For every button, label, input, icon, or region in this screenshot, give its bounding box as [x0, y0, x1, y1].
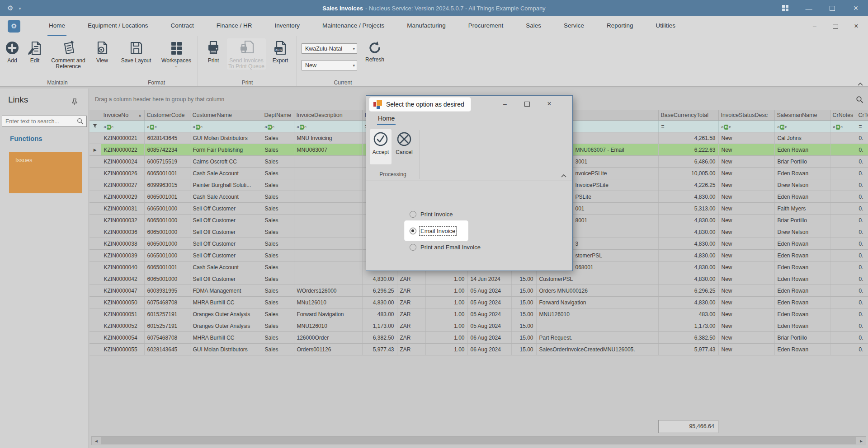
grid-cell[interactable]: ZAR: [397, 344, 425, 355]
grid-cell[interactable]: New: [718, 132, 774, 144]
grid-cell[interactable]: Painter Burghall Soluti...: [190, 179, 262, 191]
grid-cell[interactable]: Sales: [262, 132, 294, 144]
grid-cell[interactable]: 5,977.43: [658, 344, 718, 355]
grid-cell[interactable]: MNU126010: [294, 320, 362, 332]
grid-cell[interactable]: ZAR: [397, 273, 425, 285]
ribbon-tab-reporting[interactable]: Reporting: [605, 16, 635, 36]
ribbon-tab-service[interactable]: Service: [562, 16, 585, 36]
links-search-input[interactable]: [2, 118, 77, 125]
grid-cell[interactable]: 6065001000: [144, 226, 190, 238]
grid-cell[interactable]: 4,830.00: [658, 297, 718, 308]
grid-cell[interactable]: MNU126010: [536, 308, 658, 320]
grid-cell[interactable]: 6,222.63: [658, 144, 718, 156]
grid-cell[interactable]: [294, 273, 362, 285]
dialog-tab-home[interactable]: Home: [377, 115, 396, 125]
row-indicator-cell[interactable]: [90, 179, 101, 191]
grid-cell[interactable]: 6075468708: [144, 332, 190, 344]
grid-cell[interactable]: Briar Portillo: [774, 332, 830, 344]
grid-cell[interactable]: Sell Off Customer: [190, 250, 262, 261]
grid-cell[interactable]: [830, 191, 856, 203]
grid-column-header-crnotes[interactable]: CrNotes: [830, 110, 856, 121]
grid-cell[interactable]: 06 Aug 2024: [467, 332, 511, 344]
grid-column-header-deptname[interactable]: DeptName: [262, 110, 294, 121]
grid-cell[interactable]: ZAR: [397, 308, 425, 320]
grid-filter-cell[interactable]: =: [658, 121, 718, 132]
grid-cell[interactable]: 4,226.25: [658, 179, 718, 191]
grid-cell[interactable]: New: [718, 320, 774, 332]
grid-cell[interactable]: 1.00: [425, 308, 467, 320]
grid-cell[interactable]: 05 Aug 2024: [467, 285, 511, 297]
grid-cell[interactable]: 6,296.25: [658, 285, 718, 297]
grid-filter-cell[interactable]: aBc: [718, 121, 774, 132]
grid-cell[interactable]: [830, 132, 856, 144]
grid-cell[interactable]: KZIN0000055: [101, 344, 144, 355]
grid-cell[interactable]: [294, 179, 362, 191]
invoice-row-KZIN0000051[interactable]: KZIN00000516015257191Oranges Outer Analy…: [90, 308, 868, 320]
grid-cell[interactable]: Sales: [262, 156, 294, 168]
row-indicator-cell[interactable]: [90, 156, 101, 168]
grid-cell[interactable]: 4,830.00: [658, 215, 718, 226]
grid-cell[interactable]: New: [718, 215, 774, 226]
invoice-row-KZIN0000042[interactable]: KZIN00000426065001000Sell Off CustomerSa…: [90, 273, 868, 285]
grid-cell[interactable]: Eden Rowan: [774, 320, 830, 332]
grid-cell[interactable]: KZIN0000054: [101, 332, 144, 344]
grid-cell[interactable]: KZIN0000040: [101, 261, 144, 273]
dialog-collapse-button[interactable]: [561, 172, 567, 176]
grid-cell[interactable]: KZIN0000052: [101, 320, 144, 332]
ribbon-tab-maintenance-projects[interactable]: Maintenance / Projects: [321, 16, 386, 36]
grid-cell[interactable]: 1.00: [425, 332, 467, 344]
grid-cell[interactable]: [830, 320, 856, 332]
grid-cell[interactable]: [830, 179, 856, 191]
grid-cell[interactable]: Oranges Outer Analysis: [190, 308, 262, 320]
grid-column-header-basecurrencytotal[interactable]: BaseCurrencyTotal: [658, 110, 718, 121]
ribbon-tab-equipment-locations[interactable]: Equipment / Locations: [86, 16, 150, 36]
grid-cell[interactable]: ZAR: [397, 320, 425, 332]
grid-cell[interactable]: [830, 297, 856, 308]
invoice-row-KZIN0000054[interactable]: KZIN00000546075468708MHRA Burhill CCSale…: [90, 332, 868, 344]
grid-column-header-customercode[interactable]: CustomerCode: [144, 110, 190, 121]
grid-cell[interactable]: 15.00: [511, 285, 536, 297]
grid-cell[interactable]: [830, 215, 856, 226]
search-icon[interactable]: [77, 118, 84, 125]
grid-cell[interactable]: New: [718, 179, 774, 191]
grid-cell[interactable]: 4,830.00: [362, 273, 397, 285]
grid-cell[interactable]: [294, 156, 362, 168]
grid-cell[interactable]: KZIN0000047: [101, 285, 144, 297]
grid-cell[interactable]: Orders MNU000126: [536, 285, 658, 297]
region-dropdown[interactable]: KwaZulu-Natal ▾: [302, 43, 357, 54]
invoice-row-KZIN0000050[interactable]: KZIN00000506075468708MHRA Burhill CCSale…: [90, 297, 868, 308]
grid-cell[interactable]: 483.00: [658, 308, 718, 320]
grid-cell[interactable]: 06 Aug 2024: [467, 344, 511, 355]
grid-cell[interactable]: 0.: [856, 297, 868, 308]
row-indicator-cell[interactable]: [90, 261, 101, 273]
edit-button[interactable]: Edit: [25, 38, 45, 64]
grid-cell[interactable]: KZIN0000051: [101, 308, 144, 320]
grid-cell[interactable]: New: [718, 191, 774, 203]
grid-cell[interactable]: [294, 191, 362, 203]
grid-cell[interactable]: Eden Rowan: [774, 191, 830, 203]
grid-cell[interactable]: 6,486.00: [658, 156, 718, 168]
ribbon-tab-utilities[interactable]: Utilities: [654, 16, 677, 36]
dialog-maximize-button[interactable]: [520, 98, 534, 109]
export-button[interactable]: XLS Export: [268, 38, 293, 64]
grid-cell[interactable]: 4,830.00: [658, 273, 718, 285]
ribbon-tab-contract[interactable]: Contract: [170, 16, 195, 36]
grid-cell[interactable]: New: [718, 297, 774, 308]
horizontal-scrollbar[interactable]: ◂ ▸: [91, 436, 866, 445]
grid-cell[interactable]: Sales: [262, 261, 294, 273]
document-minimize-button[interactable]: –: [810, 22, 819, 31]
grid-cell[interactable]: Eden Rowan: [774, 144, 830, 156]
ribbon-tab-manufacturing[interactable]: Manufacturing: [406, 16, 447, 36]
refresh-button[interactable]: Refresh: [363, 39, 387, 63]
grid-cell[interactable]: 1.00: [425, 273, 467, 285]
grid-cell[interactable]: Eden Rowan: [774, 344, 830, 355]
grid-cell[interactable]: 15.00: [511, 344, 536, 355]
ribbon-tab-home[interactable]: Home: [47, 16, 66, 36]
grid-filter-cell[interactable]: =: [856, 121, 868, 132]
grid-column-header-customername[interactable]: CustomerName: [190, 110, 262, 121]
grid-cell[interactable]: 1.00: [425, 285, 467, 297]
row-indicator-cell[interactable]: [90, 285, 101, 297]
grid-cell[interactable]: Sales: [262, 168, 294, 179]
grid-cell[interactable]: Eden Rowan: [774, 238, 830, 250]
grid-filter-cell[interactable]: aBc: [101, 121, 144, 132]
